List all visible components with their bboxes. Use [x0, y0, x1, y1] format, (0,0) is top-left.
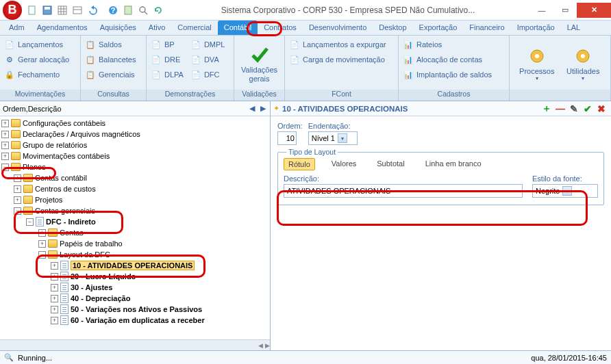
tree-dfc-indireto[interactable]: DFC - Indireto: [46, 218, 96, 226]
tab-financeiro[interactable]: Financeiro: [463, 21, 510, 35]
tab-contratos[interactable]: Contratos: [258, 21, 303, 35]
tab-comercial[interactable]: Comercial: [171, 21, 218, 35]
ribbon-rateios[interactable]: 📊Rateios: [403, 37, 492, 52]
ribbon-dva[interactable]: 📄DVA: [190, 52, 225, 67]
collapse-right-icon[interactable]: ▶: [258, 103, 269, 114]
ribbon-balancetes[interactable]: 📋Balancetes: [85, 52, 136, 67]
folder-icon: [23, 207, 33, 215]
help-icon[interactable]: ?: [107, 4, 119, 16]
ribbon-dmpl[interactable]: 📄DMPL: [190, 37, 225, 52]
tree-item-20[interactable]: 20 - Lucro Líquido: [71, 272, 136, 281]
refresh-icon[interactable]: [152, 4, 164, 16]
tab-adm[interactable]: Adm: [3, 21, 31, 35]
ribbon-dfc[interactable]: 📄DFC: [190, 67, 225, 82]
horizontal-scrollbar[interactable]: ◀ ▶: [0, 339, 270, 350]
estilo-combo[interactable]: Negrito▾: [532, 184, 598, 198]
tab-contabil[interactable]: Contábil: [218, 21, 258, 35]
ribbon-group-mov: Movimentações: [0, 90, 80, 101]
ribbon-utilidades[interactable]: Utilidades▾: [560, 37, 607, 90]
list-icon: 📋: [85, 69, 96, 80]
close-button[interactable]: ✕: [577, 3, 611, 18]
tree-item-40[interactable]: 40 - Depreciação: [71, 294, 130, 302]
tab-linha-branco[interactable]: Linha em branco: [421, 158, 486, 170]
estilo-label: Estilo da fonte:: [532, 174, 598, 183]
tab-lal[interactable]: LAL: [561, 21, 587, 35]
new-doc-icon[interactable]: [26, 4, 38, 16]
ribbon: 📄Lançamentos ⚙Gerar alocação 🔒Fechamento…: [0, 36, 611, 101]
confirm-button[interactable]: ✔: [582, 103, 594, 115]
grid-icon[interactable]: [56, 4, 68, 16]
ribbon-processos[interactable]: Processos▾: [514, 37, 560, 90]
ribbon-gerenciais[interactable]: 📋Gerenciais: [85, 67, 136, 82]
tools-icon: [572, 45, 594, 67]
edit-button[interactable]: ✎: [568, 103, 580, 115]
tree-item-60[interactable]: 60 - Variação em duplicatas a receber: [71, 316, 205, 324]
app-logo: B: [3, 1, 22, 20]
tree-item-30[interactable]: 30 - Ajustes: [71, 283, 112, 291]
ribbon-fechamento[interactable]: 🔒Fechamento: [4, 67, 69, 82]
remove-button[interactable]: —: [554, 103, 566, 115]
ribbon-implantacao-saldos[interactable]: 📊Implantação de saldos: [403, 67, 492, 82]
ribbon-dlpa[interactable]: 📄DLPA: [151, 67, 184, 82]
minimize-button[interactable]: —: [530, 3, 553, 18]
search-icon[interactable]: [137, 4, 149, 16]
ribbon-group-cad: Cadastros: [399, 90, 509, 101]
desc-input[interactable]: [284, 184, 523, 198]
table-icon[interactable]: [71, 4, 84, 16]
doc-icon: 📄: [4, 39, 15, 50]
ribbon-bp[interactable]: 📄BP: [151, 37, 184, 52]
svg-rect-2: [45, 7, 50, 10]
ribbon-gerar-alocacao[interactable]: ⚙Gerar alocação: [4, 52, 69, 67]
table-icon: 📊: [403, 69, 414, 80]
ribbon-group-dem: Demonstrações: [147, 90, 234, 101]
sheet-icon: 📄: [190, 69, 201, 80]
folder-icon: [11, 119, 21, 127]
endent-combo[interactable]: Nível 1▾: [308, 131, 358, 145]
maximize-button[interactable]: ▭: [553, 3, 577, 18]
ribbon-group-fcont: FCont: [285, 90, 398, 101]
ribbon-validacoes[interactable]: Validações gerais: [238, 37, 280, 90]
ribbon-carga-mov[interactable]: 📄Carga de movimentação: [289, 52, 386, 67]
tree-filter-input[interactable]: [1, 103, 247, 114]
folder-icon: [11, 141, 21, 149]
chevron-down-icon: ▾: [338, 133, 347, 143]
svg-point-16: [535, 54, 539, 58]
tree-planos[interactable]: Planos: [23, 163, 46, 171]
tree-layout-dfc[interactable]: Layout da DFC: [60, 250, 110, 259]
page-icon: [60, 261, 68, 270]
cancel-button[interactable]: ✖: [595, 103, 608, 115]
folder-icon: [11, 163, 21, 171]
page-icon: [60, 272, 68, 281]
save-icon[interactable]: [41, 4, 53, 16]
list-icon: 📋: [85, 39, 96, 50]
calc-icon[interactable]: [122, 4, 134, 16]
tree-item-50[interactable]: 50 - Variações nos Ativos e Passivos: [71, 305, 202, 313]
ordem-input[interactable]: [277, 131, 297, 145]
folder-icon: [48, 250, 58, 259]
tab-valores[interactable]: Valores: [327, 158, 360, 170]
tab-desktop[interactable]: Desktop: [373, 21, 412, 35]
doc-icon: 📄: [289, 54, 300, 65]
tab-rotulo[interactable]: Rótulo: [284, 158, 315, 170]
page-icon: [60, 294, 68, 303]
tab-agendamentos[interactable]: Agendamentos: [31, 21, 94, 35]
collapse-left-icon[interactable]: ◀: [247, 103, 258, 114]
ribbon-saldos[interactable]: 📋Saldos: [85, 37, 136, 52]
ribbon-lancamentos[interactable]: 📄Lançamentos: [4, 37, 69, 52]
svg-rect-12: [125, 6, 132, 14]
tab-desenvolvimento[interactable]: Desenvolvimento: [303, 21, 373, 35]
tab-importacao[interactable]: Importação: [511, 21, 561, 35]
tree-item-10[interactable]: 10 - ATIVIDADES OPERACIONAIS: [71, 261, 195, 270]
sheet-icon: 📄: [190, 39, 201, 50]
add-button[interactable]: ＋: [540, 103, 553, 115]
tab-ativo[interactable]: Ativo: [142, 21, 171, 35]
undo-icon[interactable]: [86, 4, 99, 16]
tab-aquisicoes[interactable]: Aquisições: [94, 21, 142, 35]
ribbon-lanc-expurgar[interactable]: 📄Lançamentos a expurgar: [289, 37, 386, 52]
tab-subtotal[interactable]: Subtotal: [373, 158, 408, 170]
ribbon-alocacao-contas[interactable]: 📊Alocação de contas: [403, 52, 492, 67]
tab-exportacao[interactable]: Exportação: [413, 21, 464, 35]
tree-contas-gerenciais[interactable]: Contas gerenciais: [35, 207, 95, 215]
ribbon-dre[interactable]: 📄DRE: [151, 52, 184, 67]
tree-view[interactable]: +Configurações contábeis +Declarações / …: [0, 116, 270, 339]
